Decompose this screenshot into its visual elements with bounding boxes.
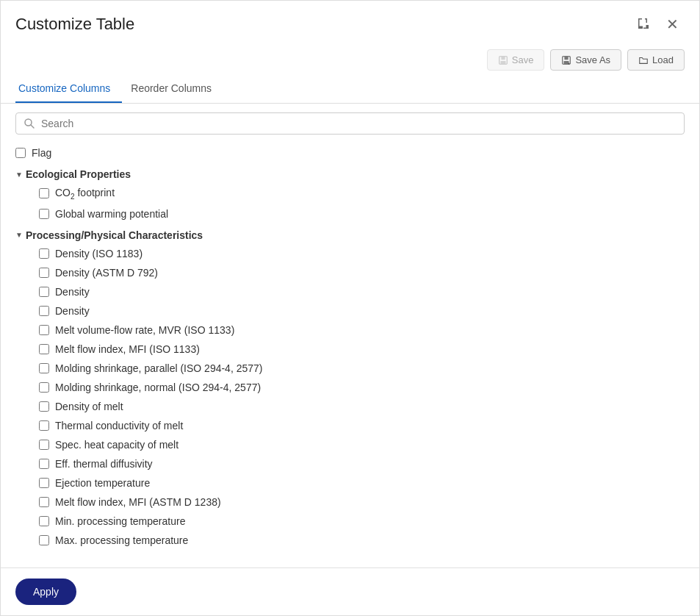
list-item: Flag — [15, 143, 696, 162]
category-label: Processing/Physical Characteristics — [26, 229, 203, 241]
list-item: Density of melt — [15, 397, 696, 416]
melt-flow-astm-checkbox[interactable] — [39, 497, 49, 507]
item-label: Melt flow index, MFI (ASTM D 1238) — [55, 496, 221, 508]
item-label: Density (ISO 1183) — [55, 248, 142, 259]
svg-rect-1 — [501, 56, 505, 59]
global-warming-checkbox[interactable] — [39, 209, 49, 219]
collapse-icon[interactable]: ▼ — [15, 171, 23, 179]
title-bar-controls: ✕ — [631, 12, 685, 36]
list-item: Density — [15, 282, 696, 301]
search-icon — [24, 118, 35, 129]
density-iso1183-checkbox[interactable] — [39, 248, 49, 259]
save-as-button[interactable]: + Save As — [550, 49, 621, 71]
list-item: CO2 footprint — [15, 183, 696, 204]
save-button[interactable]: Save — [487, 49, 545, 71]
item-label: Thermal conductivity of melt — [55, 420, 183, 431]
item-label: Density — [55, 305, 90, 317]
load-button[interactable]: Load — [627, 49, 685, 71]
search-row — [1, 104, 699, 143]
molding-parallel-checkbox[interactable] — [39, 363, 49, 373]
svg-rect-2 — [500, 60, 505, 63]
item-label: Flag — [32, 147, 51, 159]
list-item: Spec. heat capacity of melt — [15, 435, 696, 454]
density-melt-checkbox[interactable] — [39, 401, 49, 412]
item-label: Melt flow index, MFI (ISO 1133) — [55, 343, 200, 355]
toolbar: Save + Save As Load — [1, 43, 699, 76]
spec-heat-checkbox[interactable] — [39, 440, 49, 450]
expand-button[interactable] — [631, 14, 654, 35]
svg-text:+: + — [568, 60, 571, 65]
list-item: Ejection temperature — [15, 473, 696, 493]
melt-volume-checkbox[interactable] — [39, 325, 49, 335]
category-processing: ▼ Processing/Physical Characteristics — [15, 223, 696, 244]
density-astm-checkbox[interactable] — [39, 268, 49, 278]
list-item: Melt flow index, MFI (ISO 1133) — [15, 340, 696, 359]
list-item: Min. processing temperature — [15, 512, 696, 531]
tab-reorder-columns[interactable]: Reorder Columns — [128, 76, 223, 103]
list-item: Molding shrinkage, parallel (ISO 294-4, … — [15, 359, 696, 378]
item-label: Eff. thermal diffusivity — [55, 458, 153, 470]
item-label: Min. processing temperature — [55, 515, 185, 527]
item-label: Molding shrinkage, normal (ISO 294-4, 25… — [55, 382, 261, 393]
list-container: Flag ▼ Ecological Properties CO2 footpri… — [1, 143, 699, 567]
item-label: Density of melt — [55, 401, 123, 412]
category-label: Ecological Properties — [26, 168, 131, 180]
list-item: Global warming potential — [15, 204, 696, 223]
svg-line-8 — [31, 125, 34, 128]
footer: Apply — [1, 567, 699, 615]
item-label: Max. processing temperature — [55, 534, 188, 546]
list-item: Melt flow index, MFI (ASTM D 1238) — [15, 493, 696, 512]
customize-table-dialog: Customize Table ✕ Save + Save As Load Cu… — [0, 0, 700, 616]
item-label: Global warming potential — [55, 208, 168, 220]
item-label: Ejection temperature — [55, 477, 150, 489]
density-2-checkbox[interactable] — [39, 306, 49, 316]
tab-customize-columns[interactable]: Customize Columns — [15, 76, 122, 103]
melt-flow-iso-checkbox[interactable] — [39, 344, 49, 354]
category-ecological: ▼ Ecological Properties — [15, 162, 696, 183]
molding-normal-checkbox[interactable] — [39, 382, 49, 393]
apply-button[interactable]: Apply — [15, 579, 76, 605]
item-label: Spec. heat capacity of melt — [55, 439, 178, 451]
close-button[interactable]: ✕ — [660, 12, 685, 36]
flag-checkbox[interactable] — [15, 148, 26, 158]
item-label: Melt volume-flow rate, MVR (ISO 1133) — [55, 324, 234, 336]
title-bar: Customize Table ✕ — [1, 1, 699, 43]
list-item: Density (ISO 1183) — [15, 244, 696, 263]
save-label: Save — [512, 54, 534, 65]
collapse-icon[interactable]: ▼ — [15, 231, 23, 239]
list-item: Melt volume-flow rate, MVR (ISO 1133) — [15, 320, 696, 340]
load-label: Load — [652, 54, 674, 65]
tabs-row: Customize Columns Reorder Columns — [1, 76, 699, 104]
eff-thermal-checkbox[interactable] — [39, 459, 49, 469]
item-label: Density (ASTM D 792) — [55, 267, 158, 279]
ejection-temp-checkbox[interactable] — [39, 478, 49, 488]
list-item: Eff. thermal diffusivity — [15, 454, 696, 473]
item-label: CO2 footprint — [55, 187, 115, 201]
content-area: Flag ▼ Ecological Properties CO2 footpri… — [1, 143, 699, 567]
list-item: Molding shrinkage, normal (ISO 294-4, 25… — [15, 378, 696, 397]
min-processing-temp-checkbox[interactable] — [39, 516, 49, 526]
density-1-checkbox[interactable] — [39, 287, 49, 297]
list-item: Density (ASTM D 792) — [15, 263, 696, 282]
svg-rect-4 — [565, 56, 569, 59]
list-item: Thermal conductivity of melt — [15, 416, 696, 435]
item-label: Molding shrinkage, parallel (ISO 294-4, … — [55, 362, 263, 374]
save-as-label: Save As — [575, 54, 610, 65]
co2-footprint-checkbox[interactable] — [39, 188, 49, 198]
search-input[interactable] — [41, 118, 676, 129]
thermal-conductivity-checkbox[interactable] — [39, 420, 49, 431]
dialog-title: Customize Table — [15, 15, 134, 34]
list-item: Density — [15, 301, 696, 320]
list-item: Max. processing temperature — [15, 531, 696, 550]
max-processing-temp-checkbox[interactable] — [39, 535, 49, 545]
item-label: Density — [55, 286, 90, 298]
search-box — [15, 112, 685, 135]
